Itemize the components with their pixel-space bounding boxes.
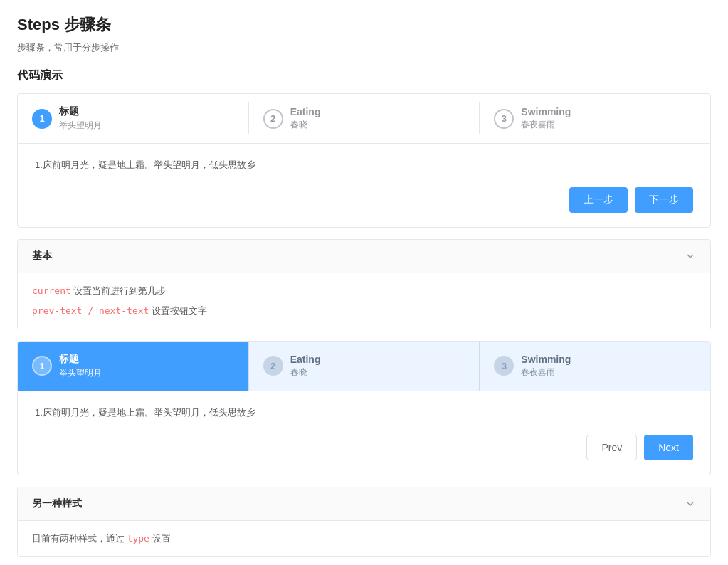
collapse-1-line-2: prev-text / next-text 设置按钮文字 xyxy=(32,303,696,319)
step-1-name: 标题 xyxy=(59,105,102,118)
step-2-2-desc: 春晓 xyxy=(290,366,321,379)
steps-bar-2: 1 标题 举头望明月 2 Eating 春晓 3 Swimming 春夜喜雨 xyxy=(18,342,710,391)
collapse-2-title: 另一种样式 xyxy=(32,497,82,510)
step-2-2-content: Eating 春晓 xyxy=(290,354,321,379)
step-2-3-name: Swimming xyxy=(521,354,571,365)
step-3-name: Swimming xyxy=(521,106,571,117)
next-button-1[interactable]: 下一步 xyxy=(635,187,693,213)
demo-2-content-area: 1.床前明月光，疑是地上霜。举头望明月，低头思故乡 Prev Next xyxy=(18,391,710,475)
step-2-3-content: Swimming 春夜喜雨 xyxy=(521,354,571,379)
step-1-desc: 举头望明月 xyxy=(59,120,102,132)
demo-card-2: 1 标题 举头望明月 2 Eating 春晓 3 Swimming 春夜喜雨 1… xyxy=(17,341,711,475)
page-subtitle: 步骤条，常用于分步操作 xyxy=(17,41,711,54)
step-3-item[interactable]: 3 Swimming 春夜喜雨 xyxy=(480,94,710,143)
collapse-1-line-1: current 设置当前进行到第几步 xyxy=(32,283,696,299)
demo-card-1: 1 标题 举头望明月 2 Eating 春晓 3 Swimming 春夜喜雨 1… xyxy=(17,93,711,228)
step-3-circle: 3 xyxy=(494,109,514,129)
demo-2-actions: Prev Next xyxy=(35,435,693,460)
collapse-1-title: 基本 xyxy=(32,250,52,263)
demo-1-actions: 上一步 下一步 xyxy=(35,187,693,213)
collapse-1-code-1: current xyxy=(32,285,71,296)
collapse-2-code-1: type xyxy=(127,533,149,544)
step-1-circle: 1 xyxy=(32,109,52,129)
step-2-3-circle: 3 xyxy=(494,356,514,376)
step-2-1-circle: 1 xyxy=(32,356,52,376)
step-2-item[interactable]: 2 Eating 春晓 xyxy=(249,94,480,143)
step-2-content: Eating 春晓 xyxy=(290,106,321,131)
collapse-2-line-1: 目前有两种样式，通过 type 设置 xyxy=(32,531,696,546)
step-2-2-name: Eating xyxy=(290,354,321,365)
collapse-1-body: current 设置当前进行到第几步 prev-text / next-text… xyxy=(18,273,710,329)
chevron-down-icon-1 xyxy=(685,250,696,262)
collapse-2-header[interactable]: 另一种样式 xyxy=(18,487,710,520)
step-2-1-item[interactable]: 1 标题 举头望明月 xyxy=(18,342,248,391)
collapse-1: 基本 current 设置当前进行到第几步 prev-text / next-t… xyxy=(17,239,711,329)
page-title: Steps 步骤条 xyxy=(17,14,711,36)
step-2-1-content: 标题 举头望明月 xyxy=(59,353,102,379)
steps-bar-1: 1 标题 举头望明月 2 Eating 春晓 3 Swimming 春夜喜雨 xyxy=(18,94,710,144)
step-3-desc: 春夜喜雨 xyxy=(521,119,571,131)
step-2-1-desc: 举头望明月 xyxy=(59,367,102,379)
demo-2-text: 1.床前明月光，疑是地上霜。举头望明月，低头思故乡 xyxy=(35,406,693,421)
section-title: 代码演示 xyxy=(17,68,711,83)
step-2-1-name: 标题 xyxy=(59,353,102,366)
step-1-item[interactable]: 1 标题 举头望明月 xyxy=(18,94,248,143)
step-1-content: 标题 举头望明月 xyxy=(59,105,102,132)
step-2-3-item[interactable]: 3 Swimming 春夜喜雨 xyxy=(479,342,710,391)
step-2-desc: 春晓 xyxy=(290,119,321,131)
step-3-content: Swimming 春夜喜雨 xyxy=(521,106,571,131)
chevron-down-icon-2 xyxy=(685,498,696,509)
demo-1-text: 1.床前明月光，疑是地上霜。举头望明月，低头思故乡 xyxy=(35,158,693,173)
step-2-2-circle: 2 xyxy=(263,356,283,376)
step-2-2-item[interactable]: 2 Eating 春晓 xyxy=(248,342,480,391)
collapse-2-body: 目前有两种样式，通过 type 设置 xyxy=(18,520,710,556)
step-2-name: Eating xyxy=(290,106,321,117)
step-2-3-desc: 春夜喜雨 xyxy=(521,366,571,379)
collapse-1-header[interactable]: 基本 xyxy=(18,240,710,273)
demo-1-content-area: 1.床前明月光，疑是地上霜。举头望明月，低头思故乡 上一步 下一步 xyxy=(18,144,710,227)
next-button-2[interactable]: Next xyxy=(644,435,693,460)
collapse-1-code-2: prev-text / next-text xyxy=(32,305,149,316)
prev-button-1[interactable]: 上一步 xyxy=(569,187,628,213)
prev-button-2[interactable]: Prev xyxy=(586,435,637,460)
step-2-circle: 2 xyxy=(263,109,283,129)
collapse-2: 另一种样式 目前有两种样式，通过 type 设置 xyxy=(17,487,711,557)
